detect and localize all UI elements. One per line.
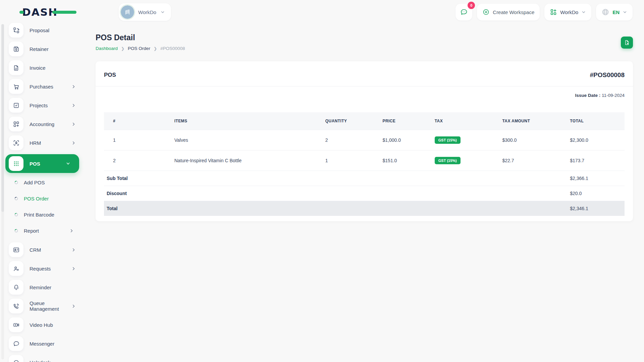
video-hub-icon: [9, 317, 23, 332]
chevron-right-icon: [71, 84, 76, 89]
pos-icon: [9, 156, 23, 171]
col-number: #: [104, 112, 172, 130]
sidebar-item-reminder[interactable]: Reminder: [0, 278, 85, 297]
chat-bubble-icon: [460, 8, 468, 16]
messenger-icon: [9, 336, 23, 351]
items-table-wrap: # ITEMS QUANTITY PRICE TAX TAX AMOUNT TO…: [96, 98, 633, 216]
sidebar-item-label: Messenger: [30, 341, 85, 347]
items-table: # ITEMS QUANTITY PRICE TAX TAX AMOUNT TO…: [104, 112, 625, 216]
chevron-down-icon: [623, 10, 627, 14]
language-selector[interactable]: EN: [596, 4, 633, 20]
submenu-bullet-icon: [14, 196, 18, 201]
subtotal-value: $2,366.1: [567, 171, 625, 186]
sidebar-item-label: Video Hub: [30, 322, 85, 328]
page-header: POS Detail Dashboard ❯ POS Order ❯ #POS0…: [96, 24, 633, 51]
cell-item: Valves: [172, 130, 323, 150]
sidebar-nav: Proposal Retainer Invoice: [0, 21, 85, 362]
sidebar-subitem-label: Report: [24, 228, 69, 234]
cell-price: $1,000.0: [380, 130, 432, 150]
breadcrumb-separator: ❯: [121, 46, 124, 51]
col-price: PRICE: [380, 112, 432, 130]
messages-button[interactable]: 0: [455, 4, 472, 20]
cell-total: $173.7: [567, 150, 625, 171]
cell-tax-amount: $300.0: [499, 130, 567, 150]
pos-number: #POS00008: [590, 71, 625, 79]
discount-label: Discount: [104, 186, 567, 201]
table-header-row: # ITEMS QUANTITY PRICE TAX TAX AMOUNT TO…: [104, 112, 625, 130]
submenu-bullet-icon: [14, 180, 18, 185]
breadcrumb-pos-order: POS Order: [128, 46, 150, 51]
col-quantity: QUANTITY: [323, 112, 380, 130]
sidebar-item-hrm[interactable]: HRM: [0, 133, 85, 152]
chevron-right-icon: [71, 304, 76, 308]
breadcrumb-dashboard[interactable]: Dashboard: [96, 46, 118, 51]
sidebar-item-retainer[interactable]: Retainer: [0, 40, 85, 58]
export-pos-button[interactable]: [621, 37, 633, 49]
workdo-menu-button[interactable]: WorkDo: [544, 4, 591, 20]
sidebar-item-label: Projects: [30, 103, 71, 108]
table-row: 1 Valves 2 $1,000.0 GST (15%) $300.0 $2,…: [104, 130, 625, 150]
sidebar-item-report[interactable]: Report: [0, 223, 85, 239]
sidebar-item-label: Reminder: [30, 285, 85, 290]
accounting-icon: [9, 117, 23, 131]
submenu-bullet-icon: [14, 213, 18, 217]
sidebar-scrollbar[interactable]: [1, 24, 4, 359]
chevron-down-icon: [160, 10, 165, 14]
sidebar-item-add-pos[interactable]: Add POS: [0, 174, 85, 190]
breadcrumb: Dashboard ❯ POS Order ❯ #POS00008: [96, 46, 185, 51]
cell-tax: GST (15%): [432, 150, 500, 171]
proposal-icon: [9, 23, 23, 38]
total-row: Total $2,346.1: [104, 201, 625, 216]
messages-count-badge: 0: [468, 2, 475, 9]
language-label: EN: [612, 9, 620, 15]
sidebar-item-queue-management[interactable]: Queue Management: [0, 297, 85, 315]
sidebar-item-accounting[interactable]: Accounting: [0, 115, 85, 133]
discount-row: Discount $20.0: [104, 186, 625, 201]
cell-item: Nature-Inspired Vitamin C Bottle: [172, 150, 323, 171]
cell-tax: GST (15%): [432, 130, 500, 150]
sidebar-item-pos[interactable]: POS: [5, 154, 79, 173]
sidebar-item-label: CRM: [30, 247, 71, 253]
sidebar-item-crm[interactable]: CRM: [0, 240, 85, 259]
chevron-right-icon: [69, 229, 74, 233]
sidebar-item-pos-order[interactable]: POS Order: [0, 190, 85, 206]
workdo-menu-label: WorkDo: [560, 9, 578, 15]
sidebar-item-proposal[interactable]: Proposal: [0, 21, 85, 40]
sidebar-item-projects[interactable]: Projects: [0, 96, 85, 115]
chevron-right-icon: [71, 141, 76, 145]
total-label: Total: [104, 201, 567, 216]
sidebar-item-helpdesk[interactable]: Helpdesk: [0, 353, 85, 362]
workspace-selector[interactable]: WorkDo: [119, 3, 171, 21]
crm-icon: [9, 242, 23, 257]
sidebar-item-label: Invoice: [30, 65, 85, 71]
sidebar-item-print-barcode[interactable]: Print Barcode: [0, 206, 85, 223]
hrm-icon: [9, 135, 23, 150]
helpdesk-icon: [9, 355, 23, 362]
sidebar-item-purchases[interactable]: Purchases: [0, 77, 85, 96]
create-workspace-label: Create Workspace: [493, 9, 534, 15]
cell-number: 2: [104, 150, 172, 171]
sidebar-item-invoice[interactable]: Invoice: [0, 58, 85, 77]
workspace-avatar: [121, 5, 134, 19]
issue-date-row: Issue Date : 11-09-2024: [96, 86, 633, 98]
sidebar-item-label: Accounting: [30, 121, 71, 127]
app-logo[interactable]: DASH: [22, 5, 66, 19]
sidebar-subitem-label: POS Order: [24, 196, 85, 201]
tax-badge: GST (15%): [435, 157, 461, 164]
sidebar-item-label: Queue Management: [30, 300, 71, 312]
chevron-right-icon: [71, 122, 76, 126]
sidebar-item-requests[interactable]: Requests: [0, 259, 85, 278]
sidebar-item-messenger[interactable]: Messenger: [0, 334, 85, 353]
discount-value: $20.0: [567, 186, 625, 201]
file-export-icon: [624, 40, 630, 46]
chevron-down-icon: [66, 161, 70, 166]
projects-icon: [9, 98, 23, 113]
sidebar-item-video-hub[interactable]: Video Hub: [0, 315, 85, 334]
submenu-bullet-icon: [14, 229, 18, 233]
invoice-icon: [9, 60, 23, 75]
col-total: TOTAL: [567, 112, 625, 130]
sidebar-item-label: Proposal: [30, 27, 85, 33]
reminder-icon: [9, 280, 23, 295]
chevron-right-icon: [71, 248, 76, 252]
create-workspace-button[interactable]: Create Workspace: [477, 4, 540, 20]
